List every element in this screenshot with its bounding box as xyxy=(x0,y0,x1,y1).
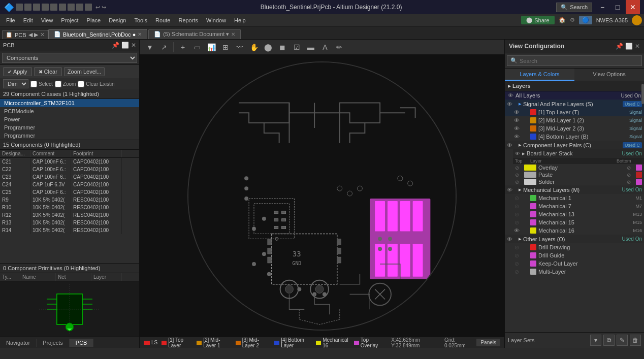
mech1-row[interactable]: ⊘ Mechanical 1 M1 xyxy=(505,194,644,202)
layers-colors-tab[interactable]: Layers & Colors xyxy=(505,69,574,81)
mech16-eye[interactable]: 👁 xyxy=(513,227,520,234)
checkbox-tool[interactable]: ☑ xyxy=(291,41,303,53)
multilayer-row[interactable]: ⊘ Multi-Layer xyxy=(505,268,644,276)
mechanical-header[interactable]: 👁 ▸ Mechanical Layers (M) Used On xyxy=(505,185,644,194)
projects-tab[interactable]: Projects xyxy=(37,339,70,347)
table-row[interactable]: R1310K 5% 0402(RESC0402(100 xyxy=(0,219,139,226)
drill-drawing-row[interactable]: ⊘ Drill Drawing xyxy=(505,243,644,251)
all-layers-eye[interactable]: 👁 xyxy=(508,92,513,99)
mech15-eye[interactable]: ⊘ xyxy=(513,219,520,226)
view-options-tab[interactable]: View Options xyxy=(574,69,644,81)
mech7-row[interactable]: ⊘ Mechanical 7 M7 xyxy=(505,202,644,210)
mech13-eye[interactable]: ⊘ xyxy=(513,211,520,218)
drill-drawing-eye[interactable]: ⊘ xyxy=(513,244,520,251)
delete-layer-button[interactable]: 🗑 xyxy=(630,335,641,346)
class-item-power[interactable]: Power xyxy=(0,115,139,123)
panel-pin[interactable]: 📌 xyxy=(112,42,119,49)
table-row[interactable]: C24CAP 1uF 6.3VCAPC0402(100 xyxy=(0,181,139,188)
rect-tool[interactable]: ▭ xyxy=(191,41,203,53)
drill-guide-eye[interactable]: ⊘ xyxy=(513,252,520,259)
keepout-eye[interactable]: ⊘ xyxy=(513,260,520,267)
edit-layer-button[interactable]: ✎ xyxy=(617,335,628,346)
board-stack-header[interactable]: 👁 ▸ Board Layer Stack Used On xyxy=(513,149,644,158)
right-panel-float[interactable]: ⬜ xyxy=(625,43,633,50)
table-row[interactable]: R910K 5% 0402(RESC0402(100 xyxy=(0,196,139,204)
add-layer-set-button[interactable]: ▾ xyxy=(590,335,601,346)
hand-tool[interactable]: ✋ xyxy=(248,41,260,53)
pcbdoc-close[interactable]: ✕ xyxy=(138,31,142,37)
mech7-eye[interactable]: ⊘ xyxy=(513,203,520,210)
minimize-button[interactable]: − xyxy=(595,0,609,14)
top-eye[interactable]: 👁 xyxy=(513,109,520,116)
table-row[interactable]: R1210K 5% 0402(RESC0402(100 xyxy=(0,211,139,219)
mid1-eye[interactable]: 👁 xyxy=(513,117,520,124)
clear-button[interactable]: ✖ Clear xyxy=(34,67,62,76)
share-button[interactable]: ⬤Share xyxy=(521,16,554,24)
pcbdoc-tab[interactable]: 📄 Bluetooth_Sentinel.PcbDoc ● ✕ xyxy=(48,29,148,39)
table-row[interactable]: R1010K 5% 0402(RESC0402(100 xyxy=(0,204,139,211)
other-group-eye[interactable]: 👁 xyxy=(507,236,512,242)
menu-help[interactable]: Help xyxy=(230,16,250,24)
table-row[interactable]: R1410K 5% 0402(RESC0402(100 xyxy=(0,226,139,234)
arrow-tool[interactable]: ↗ xyxy=(158,41,170,53)
board-stack-eye[interactable]: 👁 xyxy=(515,151,520,156)
mech15-row[interactable]: ⊘ Mechanical 15 M15 xyxy=(505,218,644,226)
table-row[interactable]: C21CAP 100nF 6.:CAPC0402(100 xyxy=(0,158,139,166)
table-row[interactable]: C23CAP 100nF 6.:CAPC0402(100 xyxy=(0,173,139,181)
square-tool[interactable]: ◼ xyxy=(276,41,288,53)
menu-view[interactable]: View xyxy=(37,16,57,24)
schematic-close[interactable]: ✕ xyxy=(231,31,235,37)
overlay-eye[interactable]: ⊘ xyxy=(515,165,522,171)
bottom-eye[interactable]: 👁 xyxy=(513,133,520,140)
stack-solder-row[interactable]: ⊘ Solder ⊘ xyxy=(513,178,644,185)
menu-reports[interactable]: Reports xyxy=(174,16,202,24)
mech-group-eye[interactable]: 👁 xyxy=(507,187,512,193)
search-bar[interactable]: 🔍 Search xyxy=(556,3,592,12)
search-input[interactable] xyxy=(520,58,638,64)
layer-top-row[interactable]: 👁 [1] Top Layer (T) Signal xyxy=(505,108,644,116)
comp-group-eye[interactable]: 👁 xyxy=(507,142,512,148)
close-button[interactable]: ✕ xyxy=(626,0,640,14)
select-checkbox[interactable] xyxy=(30,81,37,87)
menu-route[interactable]: Route xyxy=(151,16,174,24)
class-item-programmer2[interactable]: Programmer xyxy=(0,132,139,140)
signal-plane-header[interactable]: 👁 ▸ Signal And Plane Layers (S) Used C xyxy=(505,100,644,108)
all-layers-row[interactable]: 👁 All Layers Used On xyxy=(505,91,644,100)
brush-tool[interactable]: ✏ xyxy=(333,41,345,53)
curve-tool[interactable]: 〰 xyxy=(234,41,246,53)
other-layers-header[interactable]: 👁 ▸ Other Layers (O) Used On xyxy=(505,235,644,243)
grid-tool[interactable]: ⊞ xyxy=(219,41,232,53)
layer-mid1-row[interactable]: 👁 [2] Mid-Layer 1 (2) Signal xyxy=(505,116,644,124)
keepout-row[interactable]: ⊘ Keep-Out Layer xyxy=(505,259,644,268)
menu-window[interactable]: Window xyxy=(202,16,230,24)
dot-tool[interactable]: ⬤ xyxy=(262,41,274,53)
zoom-level-button[interactable]: Zoom Level... xyxy=(64,67,105,76)
menu-place[interactable]: Place xyxy=(83,16,105,24)
stack-overlay-row[interactable]: ⊘ Overlay ⊘ xyxy=(513,164,644,171)
table-row[interactable]: C22CAP 100nF 6.:CAPC0402(100 xyxy=(0,166,139,173)
table-row[interactable]: C25CAP 100nF 6.:CAPC0402(100 xyxy=(0,188,139,196)
maximize-button[interactable]: □ xyxy=(610,0,625,14)
pcb-tab[interactable]: PCB xyxy=(70,339,94,347)
solder-eye[interactable]: ⊘ xyxy=(515,179,522,185)
stack-paste-row[interactable]: ⊘ Paste ⊘ xyxy=(513,171,644,178)
clear-existing-checkbox[interactable] xyxy=(78,81,84,87)
right-panel-pin[interactable]: 📌 xyxy=(616,43,623,50)
multilayer-eye[interactable]: ⊘ xyxy=(513,268,520,275)
filter-tool[interactable]: ▼ xyxy=(144,41,156,53)
mech16-row[interactable]: 👁 Mechanical 16 M16 xyxy=(505,226,644,235)
layer-bottom-row[interactable]: 👁 [4] Bottom Layer (B) Signal xyxy=(505,133,644,141)
menu-tools[interactable]: Tools xyxy=(130,16,151,24)
class-item-programmer1[interactable]: Programmer xyxy=(0,123,139,132)
class-item-pcbmodule[interactable]: PCBModule xyxy=(0,107,139,115)
menu-edit[interactable]: Edit xyxy=(19,16,37,24)
drill-guide-row[interactable]: ⊘ Drill Guide xyxy=(505,251,644,259)
schematic-tab[interactable]: 📄 (5) Schematic Document ▾ ✕ xyxy=(148,29,241,39)
apply-button[interactable]: ✔ Apply xyxy=(3,67,32,76)
pcb-canvas[interactable]: 33 GND xyxy=(140,55,504,337)
comp-pairs-header[interactable]: 👁 ▸ Component Layer Pairs (C) Used C xyxy=(505,141,644,149)
signal-group-eye[interactable]: 👁 xyxy=(507,101,512,107)
copy-layer-button[interactable]: ⧉ xyxy=(603,335,615,346)
panel-close[interactable]: ✕ xyxy=(131,42,136,49)
chart-tool[interactable]: 📊 xyxy=(205,41,217,53)
